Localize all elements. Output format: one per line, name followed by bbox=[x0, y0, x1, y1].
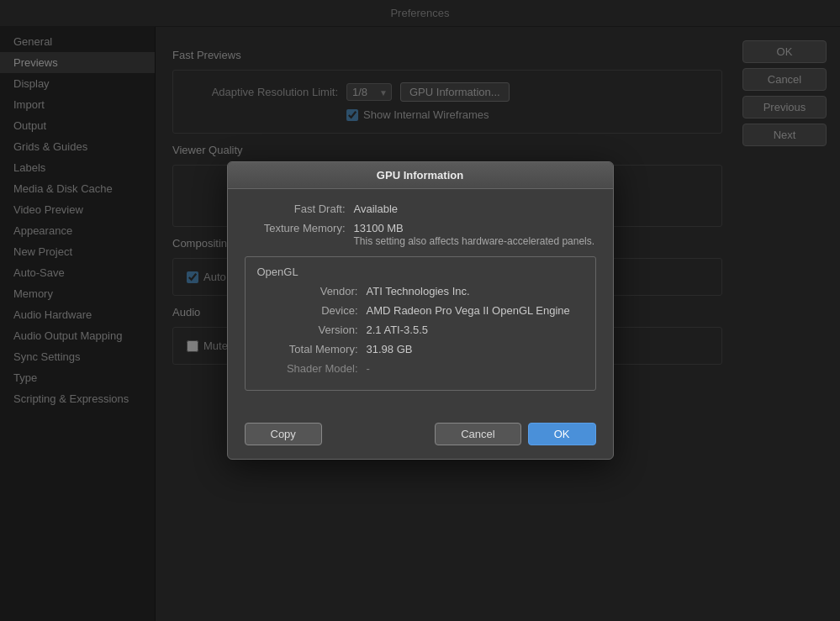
shader-model-label: Shader Model: bbox=[257, 362, 367, 375]
shader-model-value: - bbox=[367, 362, 370, 375]
fast-draft-label: Fast Draft: bbox=[245, 203, 354, 215]
shader-model-row: Shader Model: - bbox=[257, 362, 584, 375]
version-value: 2.1 ATI-3.5.5 bbox=[367, 324, 428, 336]
total-memory-row: Total Memory: 31.98 GB bbox=[257, 343, 584, 355]
texture-memory-number: 13100 bbox=[354, 222, 384, 234]
texture-memory-row: Texture Memory: 13100 MB This setting al… bbox=[245, 222, 596, 249]
gpu-dialog-footer: Copy Cancel OK bbox=[228, 413, 613, 459]
gpu-dialog-body: Fast Draft: Available Texture Memory: 13… bbox=[228, 189, 613, 413]
fast-draft-row: Fast Draft: Available bbox=[245, 203, 596, 215]
vendor-value: ATI Technologies Inc. bbox=[367, 285, 470, 297]
texture-memory-values: 13100 MB This setting also affects hardw… bbox=[354, 222, 595, 249]
gpu-dialog-title: GPU Information bbox=[228, 162, 613, 189]
gpu-info-dialog: GPU Information Fast Draft: Available Te… bbox=[227, 161, 614, 460]
texture-memory-label: Texture Memory: bbox=[245, 222, 354, 234]
total-memory-label: Total Memory: bbox=[257, 343, 367, 355]
version-row: Version: 2.1 ATI-3.5.5 bbox=[257, 324, 584, 336]
vendor-row: Vendor: ATI Technologies Inc. bbox=[257, 285, 584, 297]
gpu-ok-button[interactable]: OK bbox=[528, 423, 596, 445]
texture-memory-note: This setting also affects hardware-accel… bbox=[354, 235, 595, 247]
opengl-header: OpenGL bbox=[257, 266, 584, 278]
footer-right-buttons: Cancel OK bbox=[435, 423, 595, 445]
gpu-copy-button[interactable]: Copy bbox=[245, 423, 322, 445]
version-label: Version: bbox=[257, 324, 367, 336]
gpu-cancel-button[interactable]: Cancel bbox=[435, 423, 520, 445]
opengl-box: OpenGL Vendor: ATI Technologies Inc. Dev… bbox=[245, 256, 596, 391]
texture-memory-unit: MB bbox=[387, 222, 404, 234]
fast-draft-value: Available bbox=[354, 203, 399, 215]
overlay-backdrop: GPU Information Fast Draft: Available Te… bbox=[0, 0, 840, 621]
total-memory-value: 31.98 GB bbox=[367, 343, 413, 355]
device-value: AMD Radeon Pro Vega II OpenGL Engine bbox=[367, 304, 570, 317]
device-row: Device: AMD Radeon Pro Vega II OpenGL En… bbox=[257, 304, 584, 317]
vendor-label: Vendor: bbox=[257, 285, 367, 297]
device-label: Device: bbox=[257, 304, 367, 317]
